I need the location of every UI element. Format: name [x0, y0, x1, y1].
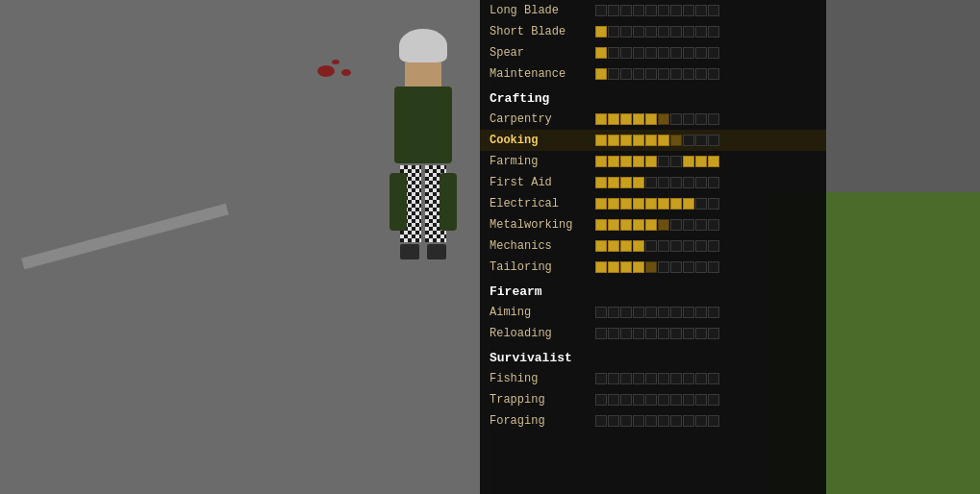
- skill-row-maintenance: Maintenance: [480, 63, 826, 85]
- skill-name-tailoring: Tailoring: [490, 260, 595, 274]
- character-arm-right: [440, 173, 457, 231]
- xp-bar-metalworking: [595, 219, 719, 231]
- xp-cell: [645, 135, 657, 146]
- skill-row-mechanics: Mechanics: [480, 235, 826, 257]
- xp-cell: [683, 373, 694, 384]
- xp-cell: [645, 68, 657, 80]
- xp-cell: [595, 68, 607, 80]
- skill-name-metalworking: Metalworking: [490, 218, 595, 232]
- character: [375, 29, 471, 298]
- character-foot-left: [400, 244, 419, 259]
- xp-cell: [695, 307, 707, 318]
- xp-cell: [708, 328, 719, 339]
- xp-cell: [645, 219, 657, 231]
- xp-cell: [633, 261, 644, 273]
- skill-row-foraging: Foraging: [480, 410, 826, 432]
- skill-row-carpentry: Carpentry: [480, 109, 826, 130]
- xp-cell: [645, 177, 657, 188]
- xp-cell: [670, 261, 682, 273]
- xp-cell: [620, 240, 632, 252]
- skill-row-aiming: Aiming: [480, 302, 826, 323]
- xp-cell: [620, 261, 632, 273]
- section-header-survivalist: Survivalist: [480, 346, 826, 368]
- xp-cell: [695, 5, 707, 16]
- xp-cell: [645, 373, 657, 384]
- xp-cell: [658, 68, 669, 80]
- xp-cell: [708, 198, 719, 210]
- xp-cell: [695, 135, 707, 146]
- xp-cell: [608, 5, 619, 16]
- xp-cell: [708, 5, 719, 16]
- xp-cell: [595, 261, 607, 273]
- xp-cell: [633, 135, 644, 146]
- xp-cell: [658, 261, 669, 273]
- xp-bar-maintenance: [595, 68, 719, 80]
- skill-name-mechanics: Mechanics: [490, 239, 595, 253]
- xp-cell: [708, 47, 719, 59]
- xp-cell: [633, 373, 644, 384]
- xp-cell: [620, 68, 632, 80]
- xp-cell: [683, 394, 694, 406]
- skill-row-metalworking: Metalworking: [480, 214, 826, 235]
- xp-cell: [670, 373, 682, 384]
- xp-cell: [608, 328, 619, 339]
- skill-name-electrical: Electrical: [490, 197, 595, 210]
- xp-cell: [608, 68, 619, 80]
- xp-cell: [658, 156, 669, 167]
- xp-cell: [608, 135, 619, 146]
- skill-name-long-blade: Long Blade: [490, 4, 595, 17]
- xp-cell: [695, 415, 707, 427]
- xp-bar-first-aid: [595, 177, 719, 188]
- xp-cell: [658, 198, 669, 210]
- xp-cell: [683, 47, 694, 59]
- xp-cell: [658, 135, 669, 146]
- xp-cell: [695, 156, 707, 167]
- skill-row-first-aid: First Aid: [480, 172, 826, 193]
- xp-bar-foraging: [595, 415, 719, 427]
- xp-cell: [645, 198, 657, 210]
- xp-cell: [670, 394, 682, 406]
- xp-bar-mechanics: [595, 240, 719, 252]
- character-body: [394, 86, 452, 163]
- xp-cell: [608, 261, 619, 273]
- skill-name-cooking: Cooking: [490, 134, 595, 147]
- xp-cell: [670, 156, 682, 167]
- skill-row-fishing: Fishing: [480, 368, 826, 389]
- xp-cell: [595, 47, 607, 59]
- skill-name-fishing: Fishing: [490, 372, 595, 385]
- xp-cell: [683, 5, 694, 16]
- xp-cell: [633, 156, 644, 167]
- xp-cell: [695, 198, 707, 210]
- xp-bar-aiming: [595, 307, 719, 318]
- xp-bar-short-blade: [595, 26, 719, 37]
- xp-cell: [633, 240, 644, 252]
- xp-cell: [620, 47, 632, 59]
- xp-cell: [595, 373, 607, 384]
- xp-cell: [658, 47, 669, 59]
- xp-cell: [658, 415, 669, 427]
- xp-cell: [670, 328, 682, 339]
- xp-cell: [620, 26, 632, 37]
- xp-cell: [608, 240, 619, 252]
- xp-cell: [708, 415, 719, 427]
- xp-cell: [645, 328, 657, 339]
- xp-cell: [683, 415, 694, 427]
- xp-cell: [670, 113, 682, 125]
- xp-cell: [708, 156, 719, 167]
- xp-cell: [658, 113, 669, 125]
- xp-cell: [683, 177, 694, 188]
- xp-cell: [683, 307, 694, 318]
- xp-cell: [633, 307, 644, 318]
- xp-cell: [683, 219, 694, 231]
- xp-cell: [683, 135, 694, 146]
- skill-panel: Long Blade Short Blade: [480, 0, 826, 494]
- xp-cell: [658, 177, 669, 188]
- character-helmet: [399, 29, 447, 62]
- xp-cell: [658, 219, 669, 231]
- xp-cell: [645, 261, 657, 273]
- section-header-crafting: Crafting: [480, 86, 826, 109]
- xp-cell: [595, 198, 607, 210]
- blood-splatter: [332, 60, 339, 64]
- xp-cell: [595, 135, 607, 146]
- xp-bar-carpentry: [595, 113, 719, 125]
